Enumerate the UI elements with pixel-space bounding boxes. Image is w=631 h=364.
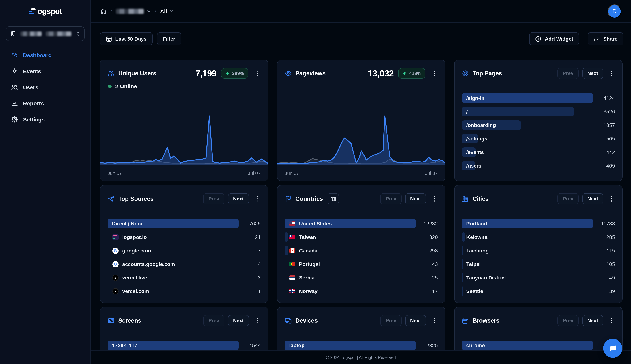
- list-item-label: Taichung: [466, 248, 489, 254]
- prev-button[interactable]: Prev: [558, 315, 579, 326]
- kebab-menu-button[interactable]: [430, 193, 438, 204]
- dashboard-toolbar: 12 Last 30 Days Filter Add Widget: [100, 32, 623, 45]
- arrow-up-icon: [402, 71, 407, 76]
- online-dot-icon: [108, 84, 112, 88]
- list-item: Taiwan320: [285, 232, 438, 242]
- next-button[interactable]: Next: [228, 315, 249, 326]
- add-widget-button[interactable]: Add Widget: [529, 32, 579, 45]
- list-item-label: /: [466, 109, 468, 114]
- kebab-menu-button[interactable]: [430, 68, 438, 79]
- kebab-menu-button[interactable]: [253, 193, 261, 204]
- sidebar-item-label: Users: [23, 84, 38, 90]
- countries-list: United States12282Taiwan320Canada298Port…: [285, 219, 438, 296]
- prev-button[interactable]: Prev: [380, 193, 401, 204]
- prev-button[interactable]: Prev: [203, 315, 224, 326]
- list-item: Taichung115: [462, 246, 615, 255]
- brand-wordmark: ogspot: [38, 7, 62, 16]
- map-view-button[interactable]: [328, 193, 339, 204]
- list-item-value: 4544: [239, 342, 261, 348]
- sidebar-item-users[interactable]: Users: [0, 79, 90, 95]
- list-item: Taoyuan District49: [462, 273, 615, 282]
- list-item-value: 105: [593, 261, 615, 267]
- kebab-menu-button[interactable]: [253, 68, 261, 79]
- unique-users-card: Unique Users 7,199 399% 2 O: [100, 60, 268, 181]
- list-item-label: google.com: [122, 248, 151, 254]
- next-button[interactable]: Next: [405, 193, 426, 204]
- date-range-button[interactable]: 12 Last 30 Days: [100, 32, 153, 45]
- sidebar-item-label: Events: [23, 68, 41, 74]
- list-item-value: 3526: [593, 109, 615, 114]
- list-item-label: laptop: [289, 342, 305, 348]
- brand-logo: ogspot: [0, 0, 90, 23]
- screen-size-icon: [108, 317, 115, 324]
- breadcrumb-scope-selector[interactable]: All: [160, 8, 174, 14]
- eye-icon: [285, 70, 292, 77]
- kebab-menu-button[interactable]: [607, 193, 615, 204]
- sidebar-item-dashboard[interactable]: Dashboard: [0, 47, 90, 63]
- list-item-label: logspot.io: [122, 234, 147, 240]
- sidebar-nav: Dashboard Events Users Reports Settings: [0, 47, 90, 127]
- send-icon: [108, 195, 115, 202]
- sidebar-item-reports[interactable]: Reports: [0, 95, 90, 111]
- list-item-label: Serbia: [299, 275, 315, 280]
- kebab-menu-button[interactable]: [253, 315, 261, 326]
- vercel-favicon-icon: ▲: [112, 288, 119, 294]
- widget-title: Countries: [295, 195, 323, 202]
- list-item: /settings505: [462, 134, 615, 144]
- users-icon: [108, 70, 115, 77]
- list-item-value: 409: [593, 163, 615, 169]
- kebab-menu-button[interactable]: [430, 315, 438, 326]
- list-item-value: 39: [593, 288, 615, 294]
- next-button[interactable]: Next: [405, 315, 426, 326]
- prev-button[interactable]: Prev: [203, 193, 224, 204]
- next-button[interactable]: Next: [582, 68, 603, 79]
- sidebar-item-label: Settings: [23, 116, 45, 122]
- speech-bubble-icon: [608, 344, 617, 353]
- list-item-value: 12325: [416, 342, 438, 348]
- list-item-value: 505: [593, 136, 615, 142]
- breadcrumb-separator: /: [155, 8, 156, 14]
- sidebar-item-events[interactable]: Events: [0, 63, 90, 79]
- list-item-label: 1728×1117: [112, 342, 137, 348]
- flag-tw-icon: [289, 235, 295, 239]
- main-content: 12 Last 30 Days Filter Add Widget: [91, 23, 631, 364]
- list-item-label: /events: [466, 149, 484, 155]
- workspace-name-redacted: [46, 31, 71, 36]
- chevron-up-down-icon: [76, 31, 80, 36]
- sidebar-item-settings[interactable]: Settings: [0, 111, 90, 127]
- list-item: /3526: [462, 107, 615, 116]
- next-button[interactable]: Next: [582, 315, 603, 326]
- top-pages-list: /sign-in4124/3526/onboarding1857/setting…: [462, 93, 615, 170]
- kebab-menu-button[interactable]: [607, 315, 615, 326]
- breadcrumb-project-selector[interactable]: [116, 8, 151, 14]
- prev-button[interactable]: Prev: [558, 68, 579, 79]
- prev-button[interactable]: Prev: [380, 315, 401, 326]
- list-item: Direct / None7625: [108, 219, 261, 228]
- flag-no-icon: [289, 289, 295, 294]
- svg-text:12: 12: [108, 38, 110, 41]
- building-icon: [10, 30, 17, 37]
- flag-us-icon: [289, 221, 295, 226]
- screens-list: 1728×11174544: [108, 340, 261, 350]
- sidebar-item-label: Dashboard: [23, 52, 52, 58]
- browser-windows-icon: [462, 317, 469, 324]
- workspace-selector[interactable]: [6, 26, 85, 41]
- list-item: laptop12325: [285, 340, 438, 350]
- list-item-label: Direct / None: [112, 220, 144, 226]
- list-item-value: 442: [593, 149, 615, 155]
- user-avatar[interactable]: D: [607, 4, 621, 18]
- target-icon: [462, 70, 469, 77]
- kebab-menu-button[interactable]: [607, 68, 615, 79]
- next-button[interactable]: Next: [582, 193, 603, 204]
- list-item: Serbia25: [285, 273, 438, 282]
- home-icon[interactable]: [100, 8, 107, 14]
- filter-button[interactable]: Filter: [157, 32, 181, 45]
- prev-button[interactable]: Prev: [558, 193, 579, 204]
- chat-widget-button[interactable]: [603, 339, 622, 358]
- next-button[interactable]: Next: [228, 193, 249, 204]
- workspace-name-redacted: [21, 31, 42, 36]
- widget-title: Browsers: [472, 317, 499, 324]
- share-button[interactable]: Share: [588, 32, 623, 45]
- pageviews-value: 13,032: [368, 68, 394, 78]
- list-item-value: 285: [593, 234, 615, 240]
